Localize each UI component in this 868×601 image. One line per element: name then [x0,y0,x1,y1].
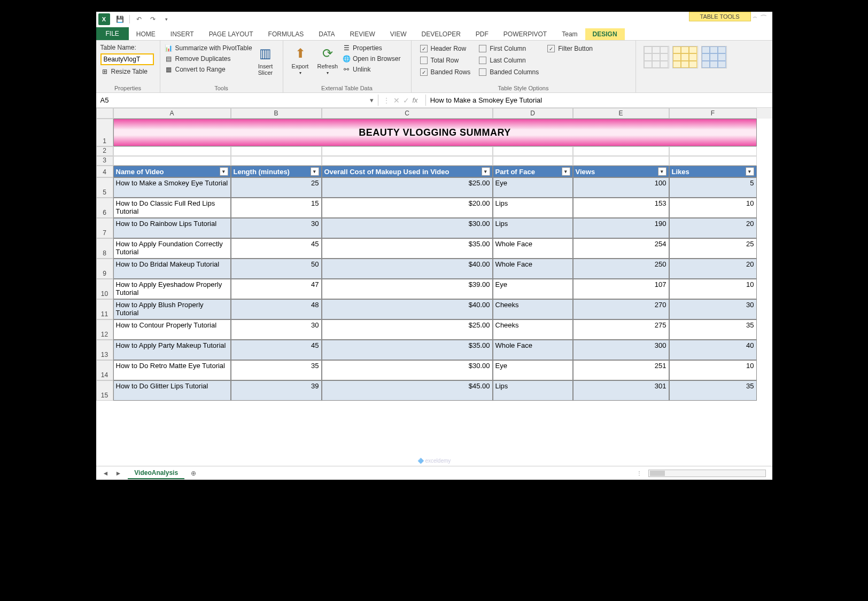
title-cell[interactable]: BEAUTY VLOGGING SUMMARY [113,119,757,146]
cell-name[interactable]: How to Do Bridal Makeup Tutorial [113,259,231,279]
cell-views[interactable]: 275 [573,319,669,340]
filter-dropdown-icon[interactable]: ▾ [220,167,228,176]
cell-length[interactable]: 48 [231,299,322,319]
row-header[interactable]: 9 [96,259,113,279]
tab-next-icon[interactable]: ► [115,470,121,477]
row-header[interactable]: 14 [96,360,113,380]
row-header[interactable]: 13 [96,340,113,360]
cell-part[interactable]: Eye [493,360,573,380]
row-header[interactable]: 4 [96,166,113,177]
tab-review[interactable]: REVIEW [342,28,382,40]
cell-cost[interactable]: $25.00 [322,177,493,198]
cell-length[interactable]: 47 [231,279,322,299]
empty-cell[interactable] [669,156,757,166]
cell-part[interactable]: Eye [493,177,573,198]
cell-cost[interactable]: $39.00 [322,279,493,299]
table-header[interactable]: Overall Cost of Makeup Used in Video▾ [322,166,493,177]
row-header[interactable]: 10 [96,279,113,299]
qat-dropdown-icon[interactable]: ▾ [161,13,173,25]
remove-duplicates-button[interactable]: ▤Remove Duplicates [165,53,253,64]
cell-views[interactable]: 250 [573,259,669,279]
tab-formulas[interactable]: FORMULAS [261,28,312,40]
cancel-icon[interactable]: ✕ [393,96,400,105]
empty-cell[interactable] [573,156,669,166]
tab-page-layout[interactable]: PAGE LAYOUT [201,28,261,40]
tab-file[interactable]: FILE [96,27,129,40]
col-header-F[interactable]: F [669,108,757,119]
cell-cost[interactable]: $25.00 [322,319,493,340]
cell-part[interactable]: Lips [493,218,573,238]
cell-name[interactable]: How to Do Rainbow Lips Tutorial [113,218,231,238]
cell-likes[interactable]: 10 [669,198,757,218]
tab-design[interactable]: DESIGN [585,28,625,40]
tab-insert[interactable]: INSERT [163,28,201,40]
cell-likes[interactable]: 35 [669,319,757,340]
cell-length[interactable]: 45 [231,340,322,360]
row-header[interactable]: 7 [96,218,113,238]
empty-cell[interactable] [231,146,322,156]
horizontal-scrollbar[interactable] [648,470,766,477]
cell-length[interactable]: 50 [231,259,322,279]
empty-cell[interactable] [231,156,322,166]
cell-cost[interactable]: $20.00 [322,198,493,218]
table-header[interactable]: Length (minutes)▾ [231,166,322,177]
cell-likes[interactable]: 20 [669,259,757,279]
cell-name[interactable]: How to Do Retro Matte Eye Tutorial [113,360,231,380]
formula-input[interactable]: How to Make a Smokey Eye Tutorial [425,95,772,106]
row-header[interactable]: 5 [96,177,113,198]
dropdown-icon[interactable]: ▾ [370,96,374,104]
col-header-E[interactable]: E [573,108,669,119]
cell-part[interactable]: Whole Face [493,340,573,360]
cell-likes[interactable]: 40 [669,340,757,360]
style-swatch[interactable] [644,46,669,68]
filter-dropdown-icon[interactable]: ▾ [482,167,490,176]
filter-button-check[interactable]: ✓Filter Button [543,43,597,54]
cell-part[interactable]: Cheeks [493,319,573,340]
banded-rows-check[interactable]: ✓Banded Rows [416,66,475,78]
row-header[interactable]: 1 [96,119,113,146]
cell-name[interactable]: How to Do Glitter Lips Tutorial [113,380,231,401]
cell-likes[interactable]: 5 [669,177,757,198]
cell-length[interactable]: 35 [231,360,322,380]
header-row-check[interactable]: ✓Header Row [416,43,475,54]
cell-part[interactable]: Cheeks [493,299,573,319]
cell-views[interactable]: 254 [573,238,669,259]
cell-views[interactable]: 100 [573,177,669,198]
cell-views[interactable]: 251 [573,360,669,380]
tab-data[interactable]: DATA [311,28,342,40]
undo-icon[interactable]: ↶ [133,13,145,25]
row-header[interactable]: 3 [96,156,113,166]
cell-part[interactable]: Lips [493,380,573,401]
cell-cost[interactable]: $35.00 [322,238,493,259]
select-all-corner[interactable] [96,108,113,119]
save-icon[interactable]: 💾 [114,13,126,25]
cell-name[interactable]: How to Apply Foundation Correctly Tutori… [113,238,231,259]
cell-likes[interactable]: 10 [669,360,757,380]
cell-name[interactable]: How to Make a Smokey Eye Tutorial [113,177,231,198]
style-swatch[interactable] [672,46,698,68]
filter-dropdown-icon[interactable]: ▾ [311,167,319,176]
table-header[interactable]: Name of Video▾ [113,166,231,177]
row-header[interactable]: 2 [96,146,113,156]
table-styles-gallery[interactable] [640,43,768,72]
cell-length[interactable]: 39 [231,380,322,401]
cell-likes[interactable]: 20 [669,218,757,238]
summarize-pivot-button[interactable]: 📊Summarize with PivotTable [165,43,253,53]
total-row-check[interactable]: Total Row [416,54,475,66]
col-header-C[interactable]: C [322,108,493,119]
row-header[interactable]: 12 [96,319,113,340]
cell-cost[interactable]: $35.00 [322,340,493,360]
cell-name[interactable]: How to Apply Party Makeup Tutorial [113,340,231,360]
col-header-A[interactable]: A [113,108,231,119]
cell-likes[interactable]: 25 [669,238,757,259]
table-header[interactable]: Views▾ [573,166,669,177]
table-header[interactable]: Likes▾ [669,166,757,177]
cell-cost[interactable]: $40.00 [322,259,493,279]
row-header[interactable]: 15 [96,380,113,401]
cell-cost[interactable]: $40.00 [322,299,493,319]
scrollbar-thumb[interactable] [650,471,665,476]
cell-views[interactable]: 190 [573,218,669,238]
cell-length[interactable]: 30 [231,218,322,238]
tab-team[interactable]: Team [554,28,585,40]
table-name-input[interactable] [100,53,154,65]
